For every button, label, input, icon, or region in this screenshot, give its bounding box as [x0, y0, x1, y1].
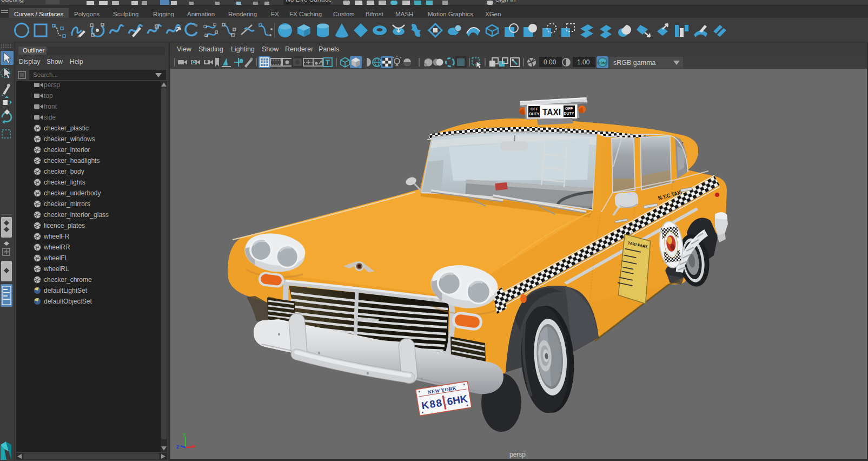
svg-text:persp: persp — [44, 81, 60, 89]
svg-text:checker_plastic: checker_plastic — [44, 124, 89, 132]
svg-text:wheelFL: wheelFL — [43, 254, 69, 262]
svg-text:OFF: OFF — [531, 107, 539, 111]
svg-text:OFF: OFF — [565, 107, 573, 110]
svg-text:side: side — [44, 114, 56, 121]
svg-text:checker_mirrors: checker_mirrors — [44, 200, 90, 208]
svg-text:persp: persp — [509, 451, 526, 458]
svg-text:DUTY: DUTY — [529, 112, 539, 116]
svg-text:wheelRR: wheelRR — [43, 243, 70, 251]
svg-text:DUTY: DUTY — [564, 111, 574, 115]
svg-text:checker_interior_glass: checker_interior_glass — [44, 211, 109, 219]
svg-text:front: front — [44, 103, 57, 110]
svg-text:wheelRL: wheelRL — [43, 265, 69, 273]
svg-text:sRGB gamma: sRGB gamma — [613, 59, 656, 67]
svg-text:licence_plates: licence_plates — [44, 222, 85, 229]
svg-text:checker_windows: checker_windows — [44, 135, 95, 143]
svg-text:wheelFR: wheelFR — [43, 233, 70, 240]
svg-text:0.00: 0.00 — [544, 58, 556, 66]
svg-text:z: z — [176, 443, 180, 450]
svg-text:1.00: 1.00 — [577, 58, 590, 66]
svg-text:top: top — [44, 92, 53, 100]
svg-text:checker_lights: checker_lights — [44, 179, 85, 186]
svg-text:checker_underbody: checker_underbody — [44, 189, 101, 197]
svg-text:y: y — [183, 431, 186, 437]
svg-text:defaultObjectSet: defaultObjectSet — [44, 298, 92, 305]
svg-text:ON: ON — [599, 61, 606, 65]
svg-text:checker_interior: checker_interior — [44, 146, 90, 154]
svg-text:TAXI: TAXI — [542, 108, 561, 117]
svg-text:checker_headlights: checker_headlights — [44, 157, 100, 164]
svg-text:defaultLightSet: defaultLightSet — [44, 287, 88, 294]
svg-text:checker_body: checker_body — [44, 168, 84, 175]
svg-text:checker_chrome: checker_chrome — [44, 276, 92, 284]
